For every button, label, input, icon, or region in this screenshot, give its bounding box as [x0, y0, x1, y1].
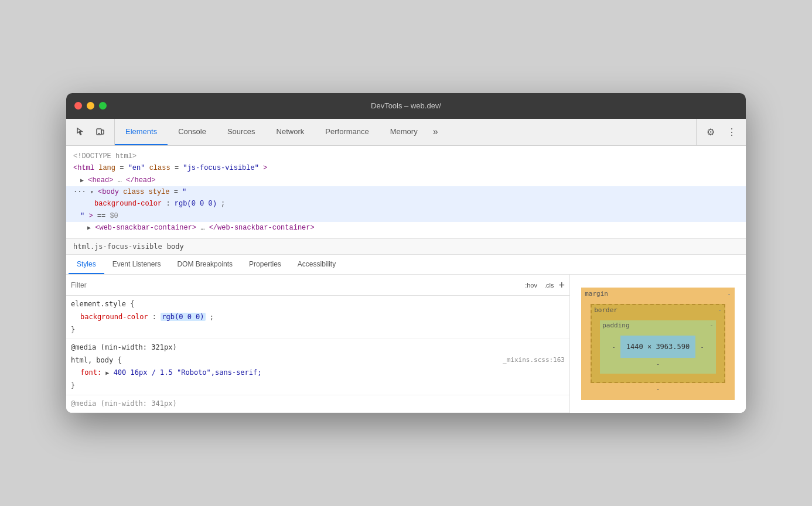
rule-media-query: @media (min-width: 321px) — [71, 341, 565, 354]
sub-tab-properties[interactable]: Properties — [241, 255, 289, 274]
devtools-window: DevTools – web.dev/ Elements C — [66, 93, 746, 413]
hov-button[interactable]: :hov — [523, 281, 540, 290]
padding-label: padding — [602, 322, 629, 329]
sub-tab-styles[interactable]: Styles — [69, 255, 104, 274]
rule-element-style: element.style { background-color : rgb(0… — [66, 296, 569, 339]
sub-tab-event-listeners[interactable]: Event Listeners — [104, 255, 169, 274]
breadcrumb-body[interactable]: body — [167, 242, 184, 251]
tab-network[interactable]: Network — [266, 119, 315, 145]
dom-line-head[interactable]: ▶ <head> … </head> — [66, 175, 746, 186]
dom-line-html[interactable]: <html lang = "en" class = "js-focus-visi… — [66, 162, 746, 174]
rule-prop-2[interactable]: font: ▶ 400 16px / 1.5 "Roboto",sans-ser… — [71, 367, 565, 380]
styles-rules: element.style { background-color : rgb(0… — [66, 296, 569, 413]
rule-prop-1[interactable]: background-color : rgb(0 0 0) ; — [71, 311, 565, 324]
box-margin: margin - border - padding - — [581, 288, 735, 400]
rule-selector-2: html, body { _mixins.scss:163 — [71, 354, 565, 367]
titlebar: DevTools – web.dev/ — [66, 93, 746, 119]
dom-line-body-close: " > == $0 — [66, 210, 746, 222]
padding-bottom: - — [607, 360, 709, 368]
device-icon[interactable] — [92, 124, 108, 140]
box-model-panel: margin - border - padding - — [570, 275, 746, 413]
tab-sources[interactable]: Sources — [217, 119, 266, 145]
sub-tabs: Styles Event Listeners DOM Breakpoints P… — [66, 255, 746, 275]
border-label: border — [594, 306, 617, 314]
styles-left: :hov .cls + element.style { background- — [66, 275, 570, 413]
styles-content: :hov .cls + element.style { background- — [66, 275, 746, 413]
main-content: <!DOCTYPE html> <html lang = "en" class … — [66, 146, 746, 413]
box-padding: padding - - 1440 × 3963.590 — [600, 320, 716, 374]
svg-rect-1 — [101, 130, 104, 134]
sub-tab-accessibility[interactable]: Accessibility — [289, 255, 344, 274]
filter-input[interactable] — [71, 281, 520, 289]
rule-close-2: } — [71, 380, 565, 392]
border-val: - — [718, 306, 722, 314]
rule-partial-text: @media (min-width: 341px) — [71, 398, 565, 411]
rule-partial: @media (min-width: 341px) — [66, 395, 569, 413]
margin-label: margin — [585, 290, 608, 298]
cls-button[interactable]: .cls — [542, 281, 557, 290]
tab-console[interactable]: Console — [168, 119, 217, 145]
rule-close-1: } — [71, 324, 565, 337]
rule-media: @media (min-width: 321px) html, body { _… — [66, 339, 569, 395]
minimize-button[interactable] — [87, 102, 94, 110]
box-content-size: 1440 × 3963.590 — [620, 336, 695, 358]
margin-bottom: - — [591, 385, 725, 393]
filter-bar: :hov .cls + — [66, 275, 569, 296]
tab-elements[interactable]: Elements — [115, 119, 168, 145]
padding-val: - — [709, 322, 714, 329]
window-title: DevTools – web.dev/ — [371, 101, 441, 110]
left-val: - — [607, 343, 620, 351]
right-val: - — [695, 343, 709, 351]
inspect-icon[interactable] — [72, 124, 88, 140]
dom-line-snackbar[interactable]: ▶ <web-snackbar-container> … </web-snack… — [66, 222, 746, 234]
toolbar-icons — [66, 119, 115, 145]
traffic-lights — [74, 102, 107, 110]
breadcrumb: html.js-focus-visible body — [66, 239, 746, 255]
settings-button[interactable]: ⚙ — [702, 124, 719, 140]
more-button[interactable]: ⋮ — [724, 124, 740, 140]
tabs: Elements Console Sources Network Perform… — [115, 119, 696, 145]
tab-memory[interactable]: Memory — [380, 119, 428, 145]
dom-line-bgcolor: background-color : rgb(0 0 0) ; — [66, 198, 746, 210]
dom-tree: <!DOCTYPE html> <html lang = "en" class … — [66, 146, 746, 240]
toolbar-right: ⚙ ⋮ — [696, 119, 746, 145]
tabs-overflow[interactable]: » — [428, 119, 443, 145]
sub-panel: Styles Event Listeners DOM Breakpoints P… — [66, 255, 746, 413]
dom-line-doctype: <!DOCTYPE html> — [66, 151, 746, 162]
tab-performance[interactable]: Performance — [315, 119, 379, 145]
add-style-button[interactable]: + — [558, 280, 565, 290]
box-border: border - padding - - — [591, 304, 725, 383]
rule-selector-1: element.style { — [71, 298, 565, 311]
margin-top: - — [727, 290, 731, 298]
dom-line-body[interactable]: ··· ▾ <body class style = " — [66, 186, 746, 198]
toolbar: Elements Console Sources Network Perform… — [66, 119, 746, 146]
close-button[interactable] — [74, 102, 82, 110]
sub-tab-dom-breakpoints[interactable]: DOM Breakpoints — [169, 255, 241, 274]
maximize-button[interactable] — [99, 102, 107, 110]
breadcrumb-html[interactable]: html.js-focus-visible — [73, 242, 162, 251]
